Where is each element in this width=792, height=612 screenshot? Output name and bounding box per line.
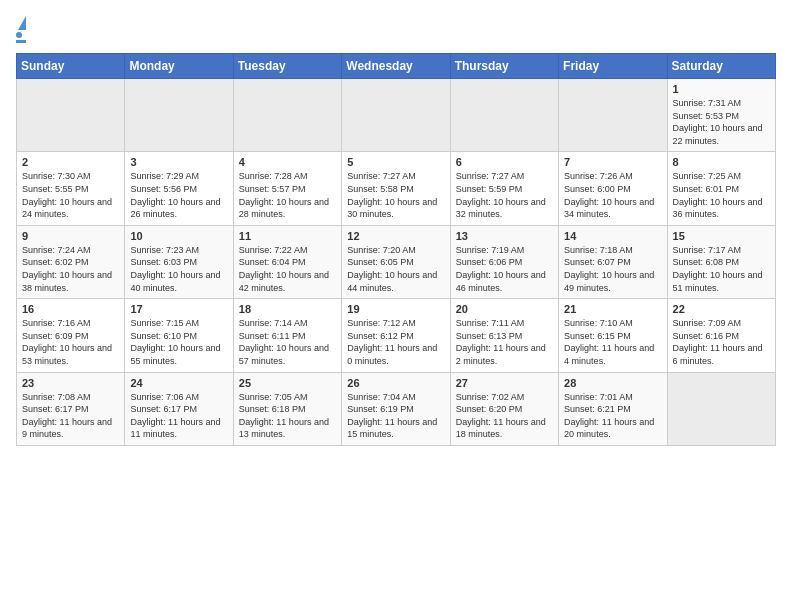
logo-dot bbox=[16, 32, 22, 38]
weekday-header-thursday: Thursday bbox=[450, 54, 558, 79]
day-number: 7 bbox=[564, 156, 661, 168]
day-info: Sunrise: 7:17 AMSunset: 6:08 PMDaylight:… bbox=[673, 244, 770, 294]
day-info: Sunrise: 7:04 AMSunset: 6:19 PMDaylight:… bbox=[347, 391, 444, 441]
calendar-cell bbox=[559, 79, 667, 152]
day-number: 1 bbox=[673, 83, 770, 95]
day-info: Sunrise: 7:28 AMSunset: 5:57 PMDaylight:… bbox=[239, 170, 336, 220]
calendar-cell bbox=[667, 372, 775, 445]
day-number: 25 bbox=[239, 377, 336, 389]
calendar-cell bbox=[125, 79, 233, 152]
day-info: Sunrise: 7:24 AMSunset: 6:02 PMDaylight:… bbox=[22, 244, 119, 294]
calendar-cell: 16Sunrise: 7:16 AMSunset: 6:09 PMDayligh… bbox=[17, 299, 125, 372]
day-info: Sunrise: 7:12 AMSunset: 6:12 PMDaylight:… bbox=[347, 317, 444, 367]
day-number: 8 bbox=[673, 156, 770, 168]
calendar-cell: 1Sunrise: 7:31 AMSunset: 5:53 PMDaylight… bbox=[667, 79, 775, 152]
day-info: Sunrise: 7:27 AMSunset: 5:59 PMDaylight:… bbox=[456, 170, 553, 220]
day-info: Sunrise: 7:26 AMSunset: 6:00 PMDaylight:… bbox=[564, 170, 661, 220]
day-info: Sunrise: 7:10 AMSunset: 6:15 PMDaylight:… bbox=[564, 317, 661, 367]
calendar-cell: 6Sunrise: 7:27 AMSunset: 5:59 PMDaylight… bbox=[450, 152, 558, 225]
calendar-cell: 7Sunrise: 7:26 AMSunset: 6:00 PMDaylight… bbox=[559, 152, 667, 225]
calendar-cell: 17Sunrise: 7:15 AMSunset: 6:10 PMDayligh… bbox=[125, 299, 233, 372]
day-info: Sunrise: 7:19 AMSunset: 6:06 PMDaylight:… bbox=[456, 244, 553, 294]
day-number: 17 bbox=[130, 303, 227, 315]
calendar-week-row: 16Sunrise: 7:16 AMSunset: 6:09 PMDayligh… bbox=[17, 299, 776, 372]
calendar-cell: 11Sunrise: 7:22 AMSunset: 6:04 PMDayligh… bbox=[233, 225, 341, 298]
calendar-cell: 10Sunrise: 7:23 AMSunset: 6:03 PMDayligh… bbox=[125, 225, 233, 298]
weekday-header-saturday: Saturday bbox=[667, 54, 775, 79]
day-number: 27 bbox=[456, 377, 553, 389]
calendar-cell: 8Sunrise: 7:25 AMSunset: 6:01 PMDaylight… bbox=[667, 152, 775, 225]
calendar-week-row: 1Sunrise: 7:31 AMSunset: 5:53 PMDaylight… bbox=[17, 79, 776, 152]
day-info: Sunrise: 7:22 AMSunset: 6:04 PMDaylight:… bbox=[239, 244, 336, 294]
day-info: Sunrise: 7:15 AMSunset: 6:10 PMDaylight:… bbox=[130, 317, 227, 367]
day-info: Sunrise: 7:25 AMSunset: 6:01 PMDaylight:… bbox=[673, 170, 770, 220]
page-header bbox=[16, 16, 776, 43]
weekday-header-wednesday: Wednesday bbox=[342, 54, 450, 79]
day-number: 3 bbox=[130, 156, 227, 168]
day-info: Sunrise: 7:09 AMSunset: 6:16 PMDaylight:… bbox=[673, 317, 770, 367]
calendar-cell bbox=[17, 79, 125, 152]
day-number: 11 bbox=[239, 230, 336, 242]
day-number: 10 bbox=[130, 230, 227, 242]
day-number: 9 bbox=[22, 230, 119, 242]
calendar-cell: 28Sunrise: 7:01 AMSunset: 6:21 PMDayligh… bbox=[559, 372, 667, 445]
calendar-cell: 26Sunrise: 7:04 AMSunset: 6:19 PMDayligh… bbox=[342, 372, 450, 445]
logo-underline bbox=[16, 40, 26, 43]
calendar-cell: 25Sunrise: 7:05 AMSunset: 6:18 PMDayligh… bbox=[233, 372, 341, 445]
day-number: 14 bbox=[564, 230, 661, 242]
weekday-header-tuesday: Tuesday bbox=[233, 54, 341, 79]
day-number: 4 bbox=[239, 156, 336, 168]
day-info: Sunrise: 7:02 AMSunset: 6:20 PMDaylight:… bbox=[456, 391, 553, 441]
day-number: 2 bbox=[22, 156, 119, 168]
day-info: Sunrise: 7:31 AMSunset: 5:53 PMDaylight:… bbox=[673, 97, 770, 147]
logo-triangle-icon bbox=[18, 16, 26, 30]
day-number: 5 bbox=[347, 156, 444, 168]
day-number: 15 bbox=[673, 230, 770, 242]
day-number: 20 bbox=[456, 303, 553, 315]
calendar-cell: 3Sunrise: 7:29 AMSunset: 5:56 PMDaylight… bbox=[125, 152, 233, 225]
calendar-cell: 14Sunrise: 7:18 AMSunset: 6:07 PMDayligh… bbox=[559, 225, 667, 298]
calendar-cell bbox=[233, 79, 341, 152]
day-info: Sunrise: 7:14 AMSunset: 6:11 PMDaylight:… bbox=[239, 317, 336, 367]
calendar-cell: 23Sunrise: 7:08 AMSunset: 6:17 PMDayligh… bbox=[17, 372, 125, 445]
day-number: 6 bbox=[456, 156, 553, 168]
day-info: Sunrise: 7:18 AMSunset: 6:07 PMDaylight:… bbox=[564, 244, 661, 294]
calendar-cell: 9Sunrise: 7:24 AMSunset: 6:02 PMDaylight… bbox=[17, 225, 125, 298]
calendar-cell: 27Sunrise: 7:02 AMSunset: 6:20 PMDayligh… bbox=[450, 372, 558, 445]
calendar-cell: 5Sunrise: 7:27 AMSunset: 5:58 PMDaylight… bbox=[342, 152, 450, 225]
day-info: Sunrise: 7:16 AMSunset: 6:09 PMDaylight:… bbox=[22, 317, 119, 367]
day-info: Sunrise: 7:11 AMSunset: 6:13 PMDaylight:… bbox=[456, 317, 553, 367]
day-info: Sunrise: 7:30 AMSunset: 5:55 PMDaylight:… bbox=[22, 170, 119, 220]
calendar-table: SundayMondayTuesdayWednesdayThursdayFrid… bbox=[16, 53, 776, 446]
day-info: Sunrise: 7:08 AMSunset: 6:17 PMDaylight:… bbox=[22, 391, 119, 441]
calendar-cell: 13Sunrise: 7:19 AMSunset: 6:06 PMDayligh… bbox=[450, 225, 558, 298]
day-info: Sunrise: 7:05 AMSunset: 6:18 PMDaylight:… bbox=[239, 391, 336, 441]
calendar-cell: 18Sunrise: 7:14 AMSunset: 6:11 PMDayligh… bbox=[233, 299, 341, 372]
day-number: 28 bbox=[564, 377, 661, 389]
calendar-cell bbox=[450, 79, 558, 152]
calendar-cell: 21Sunrise: 7:10 AMSunset: 6:15 PMDayligh… bbox=[559, 299, 667, 372]
day-number: 24 bbox=[130, 377, 227, 389]
day-number: 23 bbox=[22, 377, 119, 389]
day-number: 16 bbox=[22, 303, 119, 315]
weekday-header-row: SundayMondayTuesdayWednesdayThursdayFrid… bbox=[17, 54, 776, 79]
weekday-header-friday: Friday bbox=[559, 54, 667, 79]
day-number: 19 bbox=[347, 303, 444, 315]
day-number: 13 bbox=[456, 230, 553, 242]
day-number: 22 bbox=[673, 303, 770, 315]
day-info: Sunrise: 7:01 AMSunset: 6:21 PMDaylight:… bbox=[564, 391, 661, 441]
day-info: Sunrise: 7:20 AMSunset: 6:05 PMDaylight:… bbox=[347, 244, 444, 294]
calendar-cell: 20Sunrise: 7:11 AMSunset: 6:13 PMDayligh… bbox=[450, 299, 558, 372]
calendar-week-row: 23Sunrise: 7:08 AMSunset: 6:17 PMDayligh… bbox=[17, 372, 776, 445]
day-info: Sunrise: 7:06 AMSunset: 6:17 PMDaylight:… bbox=[130, 391, 227, 441]
calendar-cell: 4Sunrise: 7:28 AMSunset: 5:57 PMDaylight… bbox=[233, 152, 341, 225]
weekday-header-monday: Monday bbox=[125, 54, 233, 79]
weekday-header-sunday: Sunday bbox=[17, 54, 125, 79]
day-number: 12 bbox=[347, 230, 444, 242]
calendar-week-row: 9Sunrise: 7:24 AMSunset: 6:02 PMDaylight… bbox=[17, 225, 776, 298]
calendar-cell: 19Sunrise: 7:12 AMSunset: 6:12 PMDayligh… bbox=[342, 299, 450, 372]
calendar-cell bbox=[342, 79, 450, 152]
calendar-cell: 2Sunrise: 7:30 AMSunset: 5:55 PMDaylight… bbox=[17, 152, 125, 225]
day-info: Sunrise: 7:23 AMSunset: 6:03 PMDaylight:… bbox=[130, 244, 227, 294]
day-number: 26 bbox=[347, 377, 444, 389]
